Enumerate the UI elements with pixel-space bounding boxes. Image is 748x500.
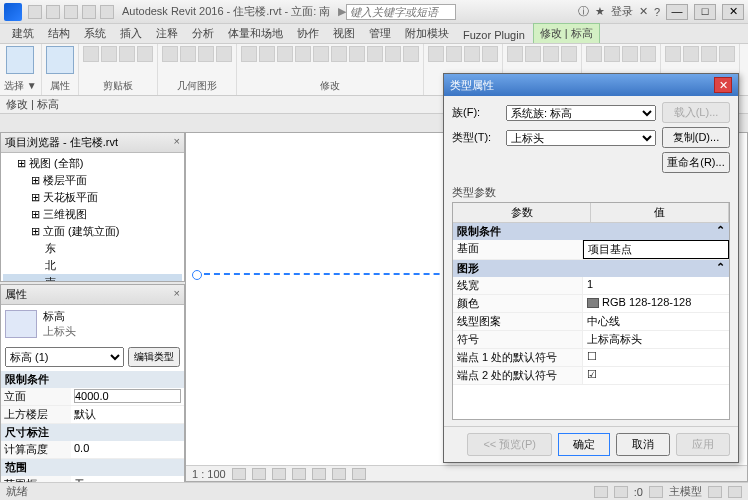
qat-button[interactable]: [28, 5, 42, 19]
login-link[interactable]: 登录: [611, 4, 633, 19]
param-value[interactable]: ☐: [583, 349, 729, 366]
view-icon[interactable]: [272, 468, 286, 480]
ribbon-big-button[interactable]: [6, 46, 34, 74]
tree-item[interactable]: 北: [3, 257, 182, 274]
props-row[interactable]: 上方楼层默认: [1, 406, 184, 424]
ribbon-tab[interactable]: 体量和场地: [222, 24, 289, 43]
family-select[interactable]: 系统族: 标高: [506, 105, 656, 121]
grid-row[interactable]: 线宽1: [453, 277, 729, 295]
ribbon-button-icon[interactable]: [295, 46, 311, 62]
project-tree[interactable]: ⊞ 视图 (全部)⊞ 楼层平面⊞ 天花板平面⊞ 三维视图⊞ 立面 (建筑立面)东…: [1, 153, 184, 281]
param-value[interactable]: 项目基点: [583, 240, 729, 259]
view-icon[interactable]: [292, 468, 306, 480]
ribbon-button-icon[interactable]: [313, 46, 329, 62]
ribbon-tab[interactable]: 协作: [291, 24, 325, 43]
status-icon[interactable]: [649, 486, 663, 498]
status-icon[interactable]: [594, 486, 608, 498]
ribbon-button-icon[interactable]: [604, 46, 620, 62]
props-row[interactable]: 计算高度0.0: [1, 441, 184, 459]
ribbon-button-icon[interactable]: [259, 46, 275, 62]
maximize-button[interactable]: □: [694, 4, 716, 20]
ribbon-button-icon[interactable]: [385, 46, 401, 62]
ribbon-button-icon[interactable]: [683, 46, 699, 62]
ribbon-tab[interactable]: 分析: [186, 24, 220, 43]
dialog-apply-button[interactable]: 应用: [676, 433, 730, 456]
ribbon-tab[interactable]: 视图: [327, 24, 361, 43]
qat-button[interactable]: [46, 5, 60, 19]
prop-value[interactable]: 默认: [71, 406, 184, 423]
ribbon-button-icon[interactable]: [101, 46, 117, 62]
ribbon-button-icon[interactable]: [198, 46, 214, 62]
grid-row[interactable]: 线型图案中心线: [453, 313, 729, 331]
preview-button[interactable]: << 预览(P): [467, 433, 552, 456]
view-icon[interactable]: [312, 468, 326, 480]
props-row[interactable]: 立面: [1, 388, 184, 406]
help-search-input[interactable]: [346, 4, 456, 20]
qat-button[interactable]: [64, 5, 78, 19]
status-icon[interactable]: [708, 486, 722, 498]
minimize-button[interactable]: —: [666, 4, 688, 20]
ribbon-button-icon[interactable]: [507, 46, 523, 62]
ribbon-big-button[interactable]: [46, 46, 74, 74]
ribbon-button-icon[interactable]: [137, 46, 153, 62]
close-icon[interactable]: ×: [174, 287, 180, 302]
properties-grid[interactable]: 限制条件立面上方楼层默认尺寸标注计算高度0.0范围范围框无标识数据: [1, 371, 184, 500]
ribbon-tab[interactable]: 建筑: [6, 24, 40, 43]
view-icon[interactable]: [252, 468, 266, 480]
ribbon-tab[interactable]: Fuzor Plugin: [457, 27, 531, 43]
params-grid[interactable]: 参数 值 限制条件⌃基面项目基点图形⌃线宽1颜色RGB 128-128-128线…: [452, 202, 730, 420]
tree-item[interactable]: ⊞ 天花板平面: [3, 189, 182, 206]
rename-button[interactable]: 重命名(R)...: [662, 152, 730, 173]
param-value[interactable]: RGB 128-128-128: [583, 295, 729, 312]
ribbon-button-icon[interactable]: [561, 46, 577, 62]
view-icon[interactable]: [232, 468, 246, 480]
status-icon[interactable]: [614, 486, 628, 498]
ribbon-tab[interactable]: 管理: [363, 24, 397, 43]
ribbon-tab[interactable]: 系统: [78, 24, 112, 43]
star-icon[interactable]: ★: [595, 5, 605, 18]
props-group-header[interactable]: 限制条件: [1, 371, 184, 388]
ribbon-tab[interactable]: 插入: [114, 24, 148, 43]
ribbon-tab[interactable]: 修改 | 标高: [533, 23, 600, 43]
type-selector[interactable]: 标高 (1): [5, 347, 124, 367]
help-icon[interactable]: ?: [654, 6, 660, 18]
tree-item[interactable]: ⊞ 立面 (建筑立面): [3, 223, 182, 240]
view-icon[interactable]: [332, 468, 346, 480]
edit-type-button[interactable]: 编辑类型: [128, 347, 180, 367]
ribbon-button-icon[interactable]: [622, 46, 638, 62]
tree-item[interactable]: ⊞ 楼层平面: [3, 172, 182, 189]
exchange-icon[interactable]: ✕: [639, 5, 648, 18]
ribbon-button-icon[interactable]: [482, 46, 498, 62]
scale-label[interactable]: 1 : 100: [192, 468, 226, 480]
grid-row[interactable]: 符号上标高标头: [453, 331, 729, 349]
qat-button[interactable]: [100, 5, 114, 19]
param-value[interactable]: ☑: [583, 367, 729, 384]
ribbon-tab[interactable]: 结构: [42, 24, 76, 43]
ribbon-button-icon[interactable]: [640, 46, 656, 62]
view-icon[interactable]: [352, 468, 366, 480]
load-button[interactable]: 载入(L)...: [662, 102, 730, 123]
grid-section-header[interactable]: 图形⌃: [453, 260, 729, 277]
ribbon-button-icon[interactable]: [525, 46, 541, 62]
ribbon-button-icon[interactable]: [719, 46, 735, 62]
tree-item[interactable]: 南: [3, 274, 182, 281]
ribbon-button-icon[interactable]: [543, 46, 559, 62]
ribbon-button-icon[interactable]: [403, 46, 419, 62]
ribbon-button-icon[interactable]: [349, 46, 365, 62]
prop-input[interactable]: [74, 389, 181, 403]
ribbon-button-icon[interactable]: [83, 46, 99, 62]
prop-value[interactable]: [71, 388, 184, 405]
ribbon-button-icon[interactable]: [446, 46, 462, 62]
ribbon-button-icon[interactable]: [701, 46, 717, 62]
ribbon-tab[interactable]: 附加模块: [399, 24, 455, 43]
grid-row[interactable]: 基面项目基点: [453, 240, 729, 260]
grid-row[interactable]: 端点 2 处的默认符号☑: [453, 367, 729, 385]
close-icon[interactable]: ×: [174, 135, 180, 150]
dialog-titlebar[interactable]: 类型属性 ✕: [444, 74, 738, 96]
param-value[interactable]: 中心线: [583, 313, 729, 330]
tree-item[interactable]: ⊞ 视图 (全部): [3, 155, 182, 172]
cancel-button[interactable]: 取消: [616, 433, 670, 456]
ribbon-button-icon[interactable]: [162, 46, 178, 62]
ribbon-tab[interactable]: 注释: [150, 24, 184, 43]
grid-row[interactable]: 颜色RGB 128-128-128: [453, 295, 729, 313]
